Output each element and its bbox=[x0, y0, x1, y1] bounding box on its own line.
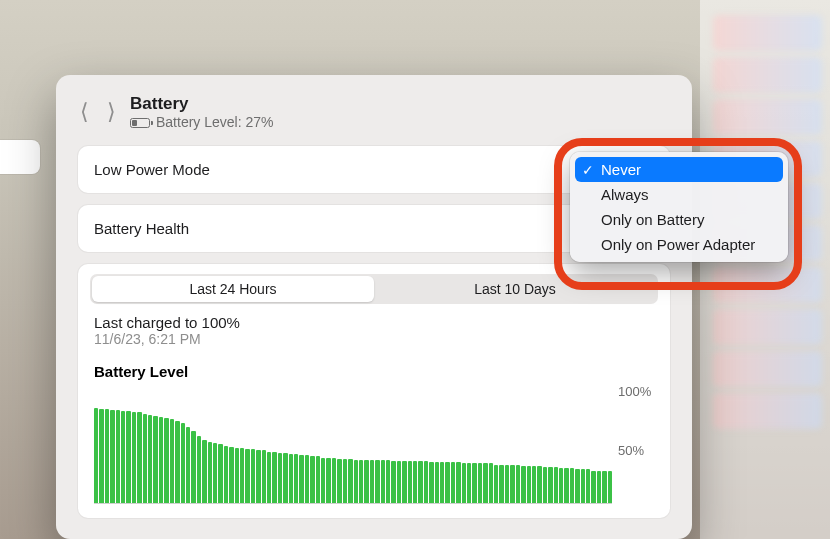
chart-bar bbox=[316, 456, 320, 502]
chart-bar bbox=[137, 412, 141, 502]
chart-bar bbox=[235, 448, 239, 503]
chart-bar bbox=[256, 450, 260, 502]
chart-bar bbox=[218, 444, 222, 502]
battery-level-text: Battery Level: 27% bbox=[156, 114, 274, 132]
popup-option-always[interactable]: ✓Always bbox=[575, 182, 783, 207]
chart-bar bbox=[289, 454, 293, 503]
chart-bar bbox=[532, 466, 536, 503]
chart-bar bbox=[467, 463, 471, 502]
chart-bar bbox=[181, 423, 185, 503]
chart-bar bbox=[370, 460, 374, 503]
low-power-mode-popup: ✓Never✓Always✓Only on Battery✓Only on Po… bbox=[570, 152, 788, 262]
chart-bar bbox=[591, 471, 595, 503]
chart-bar bbox=[499, 465, 503, 503]
chart-bar bbox=[186, 427, 190, 503]
chart-bar bbox=[494, 465, 498, 503]
chart-bar bbox=[332, 458, 336, 503]
chart-bar bbox=[505, 465, 509, 503]
chart-bar bbox=[456, 462, 460, 502]
popup-option-never[interactable]: ✓Never bbox=[575, 157, 783, 182]
tab-last-24-hours[interactable]: Last 24 Hours bbox=[92, 276, 374, 302]
y-axis-50: 50% bbox=[618, 443, 660, 458]
chart-bar bbox=[472, 463, 476, 502]
chart-bar bbox=[267, 452, 271, 503]
check-icon: ✓ bbox=[581, 162, 595, 178]
chart-bar bbox=[153, 416, 157, 503]
nav-forward-button[interactable]: ⟩ bbox=[107, 101, 116, 123]
chart-bar bbox=[381, 460, 385, 503]
chart-bar bbox=[418, 461, 422, 503]
chart-bar bbox=[483, 463, 487, 502]
chart-bar bbox=[143, 414, 147, 503]
chart-bar bbox=[413, 461, 417, 503]
chart-bar bbox=[575, 469, 579, 502]
chart-bar bbox=[208, 442, 212, 503]
low-power-mode-label: Low Power Mode bbox=[94, 161, 210, 178]
chart-bar bbox=[224, 446, 228, 503]
chart-bar bbox=[229, 447, 233, 503]
popup-option-only-on-power-adapter[interactable]: ✓Only on Power Adapter bbox=[575, 232, 783, 257]
chart-bar bbox=[240, 448, 244, 503]
chart-bar bbox=[110, 410, 114, 503]
chart-bar bbox=[213, 443, 217, 503]
chart-bar bbox=[175, 421, 179, 503]
chart-bar bbox=[99, 409, 103, 503]
battery-health-label: Battery Health bbox=[94, 220, 189, 237]
chart-bar bbox=[364, 460, 368, 503]
page-title: Battery bbox=[130, 93, 274, 114]
chart-bar bbox=[408, 461, 412, 503]
chart-bar bbox=[386, 460, 390, 503]
battery-level-chart bbox=[94, 384, 612, 504]
chart-bar bbox=[299, 455, 303, 503]
chart-bar bbox=[105, 409, 109, 503]
chart-bar bbox=[348, 459, 352, 503]
popup-option-label: Always bbox=[601, 186, 649, 203]
chart-bar bbox=[548, 467, 552, 503]
chart-bar bbox=[326, 458, 330, 503]
chart-bar bbox=[554, 467, 558, 503]
nav-back-button[interactable]: ⟨ bbox=[80, 101, 89, 123]
chart-bar bbox=[581, 469, 585, 502]
popup-option-only-on-battery[interactable]: ✓Only on Battery bbox=[575, 207, 783, 232]
time-range-segmented: Last 24 Hours Last 10 Days bbox=[90, 274, 658, 304]
chart-bar bbox=[126, 411, 130, 503]
chart-bar bbox=[245, 449, 249, 503]
popup-option-label: Only on Power Adapter bbox=[601, 236, 755, 253]
chart-bar bbox=[445, 462, 449, 502]
chart-bar bbox=[559, 468, 563, 503]
chart-bar bbox=[462, 463, 466, 502]
chart-bar bbox=[440, 462, 444, 502]
chart-bar bbox=[527, 466, 531, 503]
chart-bar bbox=[543, 467, 547, 503]
battery-usage-card: Last 24 Hours Last 10 Days Last charged … bbox=[78, 264, 670, 518]
chart-bar bbox=[132, 412, 136, 502]
chart-bar bbox=[516, 465, 520, 503]
chart-bar bbox=[537, 466, 541, 503]
chart-bar bbox=[202, 440, 206, 503]
battery-settings-window: ⟨ ⟩ Battery Battery Level: 27% Low Power… bbox=[56, 75, 692, 539]
chart-bar bbox=[170, 419, 174, 502]
chart-bar bbox=[197, 436, 201, 503]
chart-bar bbox=[321, 458, 325, 503]
chart-bar bbox=[283, 453, 287, 503]
tab-last-10-days[interactable]: Last 10 Days bbox=[374, 276, 656, 302]
chart-bar bbox=[521, 466, 525, 503]
chart-bar bbox=[343, 459, 347, 503]
chart-bar bbox=[294, 454, 298, 503]
chart-bar bbox=[478, 463, 482, 502]
chart-bar bbox=[305, 455, 309, 503]
chart-bar bbox=[191, 431, 195, 502]
chart-bar bbox=[278, 453, 282, 503]
y-axis-100: 100% bbox=[618, 384, 660, 399]
chart-bar bbox=[121, 411, 125, 503]
chart-bar bbox=[359, 460, 363, 503]
chart-bar bbox=[354, 460, 358, 503]
chart-bar bbox=[586, 469, 590, 502]
chart-bar bbox=[489, 463, 493, 502]
chart-bar bbox=[272, 452, 276, 503]
popup-option-label: Only on Battery bbox=[601, 211, 704, 228]
popup-option-label: Never bbox=[601, 161, 641, 178]
chart-bar bbox=[116, 410, 120, 503]
chart-bar bbox=[164, 418, 168, 502]
chart-bar bbox=[310, 456, 314, 502]
